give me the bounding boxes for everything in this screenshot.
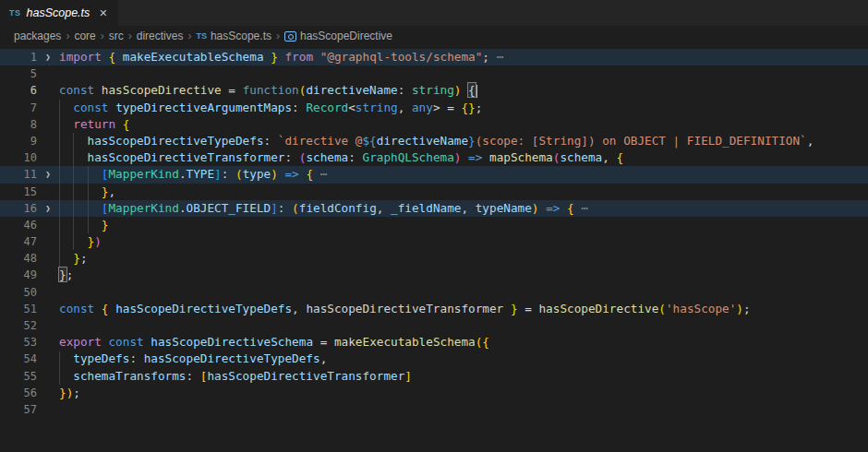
typescript-file-icon: TS: [9, 8, 21, 18]
code-line-56[interactable]: 56});: [0, 385, 868, 401]
breadcrumb-label: src: [109, 30, 124, 42]
code-line-10[interactable]: 10 hasScopeDirectiveTransformer: (schema…: [0, 149, 868, 166]
code-line-47[interactable]: 47 }): [0, 233, 868, 250]
line-number[interactable]: 57: [0, 401, 37, 418]
code-line-16[interactable]: 16❯ [MapperKind.OBJECT_FIELD]: (fieldCon…: [0, 200, 868, 217]
text-cursor: [476, 85, 478, 98]
breadcrumb-label: directives: [137, 30, 184, 42]
code-line-50[interactable]: 50: [0, 284, 868, 301]
breadcrumb-separator-icon: ›: [276, 30, 280, 42]
line-number[interactable]: 49: [0, 267, 37, 283]
code-text: }: [59, 218, 108, 232]
breadcrumb-separator-icon: ›: [128, 30, 132, 42]
breadcrumb-separator-icon: ›: [187, 30, 191, 42]
code-text: const hasScopeDirective = function(direc…: [59, 83, 477, 97]
line-number[interactable]: 5: [0, 65, 37, 82]
breadcrumb-item-hasscope-ts[interactable]: TShasScope.ts: [196, 30, 271, 42]
breadcrumb: packages›core›src›directives›TShasScope.…: [0, 26, 868, 46]
fold-chevron-icon[interactable]: ❯: [37, 166, 59, 183]
code-text: import { makeExecutableSchema } from "@g…: [59, 50, 503, 64]
code-text: return {: [59, 117, 129, 131]
code-text: const typeDirectiveArgumentMaps: Record<…: [59, 101, 482, 114]
code-line-11[interactable]: 11❯ [MapperKind.TYPE]: (type) => { ⋯: [0, 166, 868, 183]
tab-bar: TS hasScope.ts ✕: [0, 0, 868, 26]
line-number[interactable]: 8: [0, 116, 37, 133]
line-number[interactable]: 53: [0, 334, 37, 351]
breadcrumb-item-directives[interactable]: directives: [137, 30, 184, 42]
breadcrumb-label: hasScope.ts: [211, 30, 271, 42]
breadcrumb-separator-icon: ›: [66, 30, 69, 42]
line-number[interactable]: 50: [0, 284, 37, 301]
code-editor[interactable]: 1❯import { makeExecutableSchema } from "…: [0, 46, 868, 452]
breadcrumb-item-packages[interactable]: packages: [14, 30, 61, 42]
breadcrumb-label: hasScopeDirective: [300, 30, 392, 42]
typescript-file-icon: TS: [196, 31, 207, 41]
line-number[interactable]: 52: [0, 317, 37, 334]
code-text: },: [59, 184, 115, 198]
code-line-48[interactable]: 48 };: [0, 250, 868, 267]
line-number[interactable]: 56: [0, 385, 37, 401]
code-line-1[interactable]: 1❯import { makeExecutableSchema } from "…: [0, 49, 868, 65]
line-number[interactable]: 7: [0, 100, 37, 116]
code-line-6[interactable]: 6const hasScopeDirective = function(dire…: [0, 82, 868, 99]
fold-chevron-icon[interactable]: ❯: [37, 200, 59, 217]
breadcrumb-separator-icon: ›: [101, 30, 104, 42]
line-number[interactable]: 16: [0, 200, 37, 217]
code-text: };: [59, 251, 88, 265]
code-text: const { hasScopeDirectiveTypeDefs, hasSc…: [59, 302, 751, 315]
line-number[interactable]: 55: [0, 368, 37, 385]
symbol-variable-icon: [284, 31, 296, 42]
code-line-55[interactable]: 55 schemaTransforms: [hasScopeDirectiveT…: [0, 368, 868, 385]
code-text: };: [59, 268, 73, 281]
code-text: }): [59, 234, 102, 248]
code-text: schemaTransforms: [hasScopeDirectiveTran…: [59, 369, 412, 383]
code-text: export const hasScopeDirectiveSchema = m…: [59, 335, 489, 349]
line-number[interactable]: 6: [0, 82, 37, 99]
vscode-window: TS hasScope.ts ✕ packages›core›src›direc…: [0, 0, 868, 452]
code-line-52[interactable]: 52: [0, 317, 868, 334]
tab-title: hasScope.ts: [27, 6, 90, 19]
line-number[interactable]: 46: [0, 217, 37, 233]
code-rows: 1❯import { makeExecutableSchema } from "…: [0, 49, 868, 418]
code-line-9[interactable]: 9 hasScopeDirectiveTypeDefs: `directive …: [0, 133, 868, 149]
line-number[interactable]: 1: [0, 49, 37, 65]
line-number[interactable]: 51: [0, 301, 37, 317]
fold-chevron-icon[interactable]: ❯: [37, 49, 59, 65]
code-line-8[interactable]: 8 return {: [0, 116, 868, 133]
code-line-51[interactable]: 51const { hasScopeDirectiveTypeDefs, has…: [0, 301, 868, 317]
line-number[interactable]: 54: [0, 351, 37, 367]
line-number[interactable]: 47: [0, 233, 37, 250]
code-line-7[interactable]: 7 const typeDirectiveArgumentMaps: Recor…: [0, 100, 868, 116]
tab-hasscope[interactable]: TS hasScope.ts ✕: [0, 0, 118, 26]
code-line-49[interactable]: 49};: [0, 267, 868, 283]
code-line-15[interactable]: 15 },: [0, 184, 868, 200]
code-text: hasScopeDirectiveTransformer: (schema: G…: [59, 150, 623, 164]
code-line-53[interactable]: 53export const hasScopeDirectiveSchema =…: [0, 334, 868, 351]
code-text: [MapperKind.TYPE]: (type) => { ⋯: [59, 167, 327, 181]
line-number[interactable]: 11: [0, 166, 37, 183]
breadcrumb-label: packages: [14, 30, 61, 42]
breadcrumb-item-core[interactable]: core: [74, 30, 95, 42]
line-number[interactable]: 15: [0, 184, 37, 200]
breadcrumb-item-src[interactable]: src: [109, 30, 124, 42]
close-icon[interactable]: ✕: [99, 7, 107, 19]
code-line-46[interactable]: 46 }: [0, 217, 868, 233]
code-line-57[interactable]: 57: [0, 401, 868, 418]
code-text: });: [59, 386, 80, 399]
code-text: [MapperKind.OBJECT_FIELD]: (fieldConfig,…: [59, 201, 588, 215]
code-line-5[interactable]: 5: [0, 65, 868, 82]
code-text: typeDefs: hasScopeDirectiveTypeDefs,: [59, 351, 327, 365]
code-text: hasScopeDirectiveTypeDefs: `directive @$…: [59, 134, 814, 148]
breadcrumb-item-hasscopedirective[interactable]: hasScopeDirective: [284, 30, 392, 42]
line-number[interactable]: 9: [0, 133, 37, 149]
line-number[interactable]: 48: [0, 250, 37, 267]
line-number[interactable]: 10: [0, 149, 37, 166]
code-line-54[interactable]: 54 typeDefs: hasScopeDirectiveTypeDefs,: [0, 351, 868, 367]
breadcrumb-label: core: [74, 30, 95, 42]
